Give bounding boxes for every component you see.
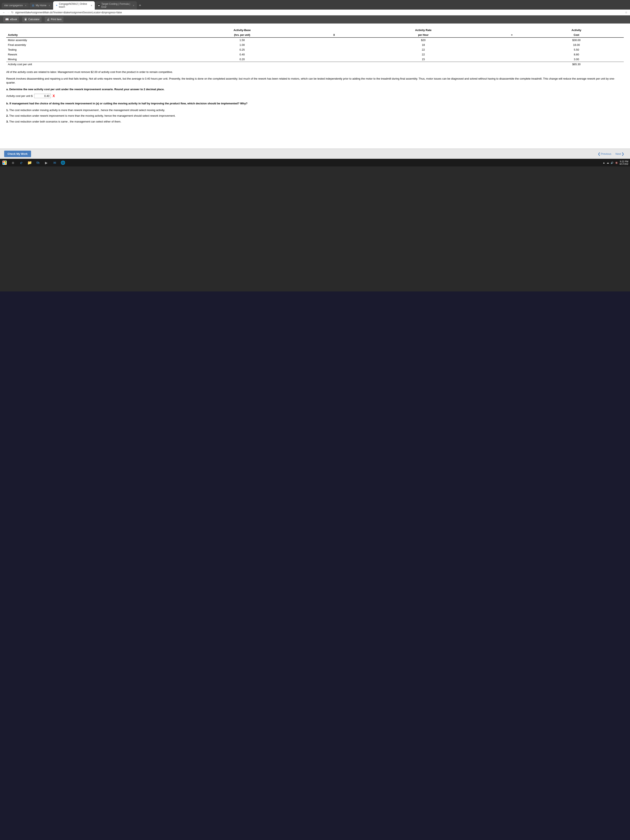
print-button[interactable]: 🖨 Print Item (45, 17, 63, 22)
system-tray: ▲ ☁ 🔊 🔇 9:22 PM 4/17/202 (603, 160, 628, 165)
taskbar: ⊞ ℯ 📁 🛍 ▶ ✉ 🌐 ▲ ☁ 🔊 🔇 9:22 PM 4/17/202 (0, 159, 630, 166)
cost-value: 3.00 (529, 57, 624, 62)
print-icon: 🖨 (47, 18, 50, 21)
rate-value: 18 (352, 43, 494, 47)
tab-label: Target Costing | Formula | Exar (101, 3, 131, 8)
equals-op (494, 52, 529, 57)
speaker-icon: 🔊 (611, 161, 614, 164)
next-button[interactable]: Next ❯ (614, 151, 626, 157)
rate-sub-header: per Hour (352, 33, 494, 38)
edge-icon[interactable]: ℯ (18, 160, 24, 166)
ebook-label: eBook (10, 18, 17, 21)
tab-target-costing[interactable]: ■ Target Costing | Formula | Exar ✕ (95, 1, 137, 9)
equals-op (494, 47, 529, 52)
activity-name: Final assembly (6, 43, 168, 47)
tab-label: CengageNOWv2 | Online teach (59, 3, 88, 8)
equals-op (494, 57, 529, 62)
usage-sub-header: (hrs. per unit) (168, 33, 316, 38)
start-button[interactable] (2, 160, 8, 166)
cost-value: 8.80 (529, 52, 624, 57)
network-icon: ▲ (603, 161, 605, 164)
option-item[interactable]: 2. The cost reduction under rework impro… (6, 114, 624, 118)
time: 9:22 PM (619, 160, 628, 163)
incorrect-mark: X (52, 94, 55, 98)
activity-name: Moving (6, 57, 168, 62)
activity-name: Motor assembly (6, 38, 168, 43)
forward-icon[interactable]: → (7, 11, 9, 14)
previous-button[interactable]: ❮ Previous (596, 151, 613, 157)
answer-input-a[interactable] (34, 94, 51, 98)
activity-col-label: Activity (6, 33, 168, 38)
activity-name: Testing (6, 47, 168, 52)
close-icon[interactable]: ✕ (91, 5, 92, 7)
tab-my-home[interactable]: ⊞ My Home ✕ (29, 3, 52, 8)
chrome-icon[interactable]: 🌐 (60, 160, 66, 166)
calculator-button[interactable]: 🖩 Calculator (22, 17, 41, 22)
store-icon[interactable]: 🛍 (35, 160, 41, 166)
answer-row-a: Activity cost per unit $ X (6, 94, 624, 98)
close-icon[interactable]: ✕ (25, 5, 27, 7)
col-activity-header (6, 28, 168, 33)
question-a: a. Determine the new activity cost per u… (6, 87, 624, 92)
rate-value: 22 (352, 52, 494, 57)
rate-value: $20 (352, 38, 494, 43)
cost-value: 5.50 (529, 47, 624, 52)
date: 4/17/202 (619, 163, 628, 165)
paragraph-2: Rework involves disassembling and repair… (6, 77, 624, 85)
rate-value: 15 (352, 57, 494, 62)
chevron-right-icon: ❯ (622, 152, 624, 156)
table-row: Rework 0.40 22 8.80 (6, 52, 624, 57)
col-spacer1 (316, 28, 352, 33)
total-label: Activity cost per unit (6, 62, 529, 67)
tab-label: My Home (36, 4, 46, 7)
option-item[interactable]: 3. The cost reduction under both scenari… (6, 120, 624, 124)
usage-value: 1.50 (168, 38, 316, 43)
times-op (316, 57, 352, 62)
tab-cengage-nter[interactable]: nter cengagenov ✕ (2, 3, 29, 8)
col-activity-cost-header: Activity (529, 28, 624, 33)
table-row: Moving 0.20 15 3.00 (6, 57, 624, 62)
previous-label: Previous (601, 152, 611, 155)
mute-icon: 🔇 (615, 162, 618, 164)
file-explorer-icon[interactable]: 📁 (27, 160, 33, 166)
media-icon[interactable]: ▶ (43, 160, 49, 166)
rate-value: 22 (352, 47, 494, 52)
close-icon[interactable]: ✕ (133, 5, 134, 7)
back-icon[interactable]: ← (3, 11, 5, 14)
tab-cengage-now[interactable]: ✦ CengageNOWv2 | Online teach ✕ (53, 1, 95, 9)
new-tab-button[interactable]: + (137, 3, 143, 8)
bottom-bar: Check My Work ❮ Previous Next ❯ (0, 148, 630, 159)
calculator-label: Calculator (28, 18, 39, 21)
cost-value: $30.00 (529, 38, 624, 43)
options-list: 1. The cost reduction under moving activ… (6, 108, 624, 124)
ebook-button[interactable]: 📖 eBook (3, 17, 19, 22)
option-item[interactable]: 1. The cost reduction under moving activ… (6, 108, 624, 112)
tab-label: nter cengagenov (4, 4, 23, 7)
address-input[interactable] (15, 11, 623, 14)
check-work-button[interactable]: Check My Work (4, 151, 31, 157)
close-icon[interactable]: ✕ (49, 5, 50, 7)
times-op (316, 38, 352, 43)
cost-header: Cost (529, 33, 624, 38)
page-background (0, 166, 630, 292)
table-row: Motor assembly 1.50 $20 $30.00 (6, 38, 624, 43)
table-row: Testing 0.25 22 5.50 (6, 47, 624, 52)
book-icon: 📖 (5, 18, 9, 21)
total-cost: $65.30 (529, 62, 624, 67)
equals-op (494, 43, 529, 47)
browser-chrome: nter cengagenov ✕ ⊞ My Home ✕ ✦ CengageN… (0, 0, 630, 16)
task-view-icon[interactable]: ⊞ (10, 160, 16, 166)
question-b: b. If management had the choice of doing… (6, 101, 624, 106)
main-content: Activity-Base Activity Rate Activity Act… (0, 24, 630, 148)
equals-op (494, 38, 529, 43)
bookmark-icon[interactable]: ☆ (625, 11, 627, 14)
table-row: Final assembly 1.00 18 18.00 (6, 43, 624, 47)
cost-value: 18.00 (529, 43, 624, 47)
time-display: 9:22 PM 4/17/202 (619, 160, 628, 165)
mail-icon[interactable]: ✉ (52, 160, 57, 166)
activity-table: Activity-Base Activity Rate Activity Act… (6, 28, 624, 67)
refresh-icon[interactable]: ↻ (11, 11, 14, 14)
times-op (316, 43, 352, 47)
usage-value: 0.20 (168, 57, 316, 62)
chevron-left-icon: ❮ (598, 152, 600, 156)
